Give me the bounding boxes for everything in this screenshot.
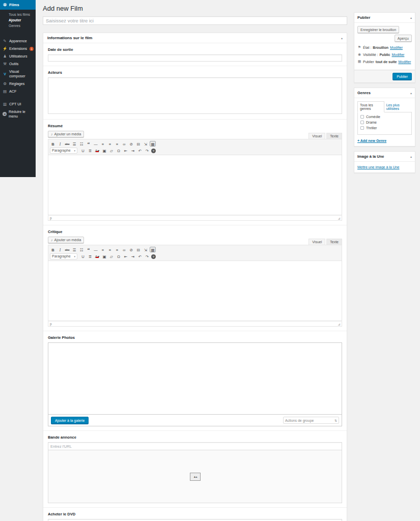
align-center-icon[interactable]: ≡ [107, 247, 113, 252]
paragraph-select[interactable]: Paragraphe ▾ [50, 253, 77, 259]
redo-icon[interactable]: ↷ [144, 253, 150, 259]
sidebar-item-films[interactable]: ✇ Films [0, 0, 36, 10]
italic-icon[interactable]: I [57, 141, 63, 147]
paste-text-icon[interactable]: ▣ [101, 148, 107, 153]
tab-text[interactable]: Texte [326, 133, 342, 139]
horizontal-rule-icon[interactable]: — [93, 141, 99, 147]
sidebar-item-outils[interactable]: ⚒Outils [0, 60, 36, 68]
underline-icon[interactable]: U [80, 148, 86, 153]
sidebar-item-acf[interactable]: ▤ACF [0, 88, 36, 95]
align-center-icon[interactable]: ≡ [107, 141, 113, 147]
bullet-list-icon[interactable]: ☰ [71, 141, 77, 147]
ordered-list-icon[interactable]: ☷ [78, 141, 85, 147]
help-icon[interactable]: ? [151, 254, 156, 259]
chevron-up-icon[interactable]: ▴ [410, 155, 412, 158]
chevron-up-icon[interactable]: ▴ [410, 16, 412, 19]
undo-icon[interactable]: ↶ [137, 253, 143, 259]
fullscreen-icon[interactable]: ⇲ [143, 247, 149, 252]
actors-textarea[interactable] [48, 77, 342, 114]
genres-box-header[interactable]: Genres ▴ [354, 88, 415, 98]
critique-editor-canvas[interactable] [48, 261, 342, 321]
special-char-icon[interactable]: Ω [116, 253, 122, 259]
clear-format-icon[interactable]: ▱ [108, 253, 115, 259]
date-input[interactable] [48, 54, 342, 62]
publish-box-header[interactable]: Publier ▴ [354, 13, 415, 23]
toolbar-toggle-icon[interactable]: ▦ [150, 247, 156, 252]
edit-visibility-link[interactable]: Modifier [391, 53, 404, 56]
bulk-actions-select[interactable]: Actions de groupe ⇅ [283, 417, 339, 424]
add-new-genre-link[interactable]: + Add new Genre [357, 139, 386, 142]
gallery-drop-area[interactable] [48, 343, 342, 414]
genre-checkbox[interactable] [360, 121, 364, 124]
genre-item[interactable]: Thriller [360, 126, 409, 130]
bold-icon[interactable]: B [50, 247, 56, 252]
chevron-up-icon[interactable]: ▴ [410, 91, 412, 95]
resize-grip-icon[interactable]: ◢ [338, 322, 340, 326]
toolbar-toggle-icon[interactable]: ▦ [150, 141, 156, 147]
unlink-icon[interactable]: ⊘ [128, 247, 134, 252]
blockquote-icon[interactable]: “ [86, 141, 92, 147]
tab-text[interactable]: Texte [326, 239, 342, 245]
justify-icon[interactable]: ≣ [87, 253, 93, 259]
tab-most-used[interactable]: Les plus utilisées [384, 102, 412, 112]
sidebar-subitem-tous-les-films[interactable]: Tous les films [0, 12, 36, 17]
align-right-icon[interactable]: ≡ [114, 141, 120, 147]
resume-editor-canvas[interactable] [48, 155, 342, 215]
genre-checkbox[interactable] [360, 115, 364, 119]
genre-item[interactable]: Comédie [360, 115, 409, 119]
help-icon[interactable]: ? [151, 149, 156, 153]
sidebar-item-visual-composer[interactable]: VVisual composer [0, 68, 36, 80]
sidebar-item-extensions[interactable]: ⚡Extensions1 [0, 45, 36, 52]
special-char-icon[interactable]: Ω [116, 148, 122, 153]
edit-schedule-link[interactable]: Modifier [398, 60, 411, 64]
fullscreen-icon[interactable]: ⇲ [143, 141, 149, 147]
dvd-url-input[interactable] [48, 519, 342, 521]
sidebar-item-reduire-le-menu[interactable]: ◄Réduire le menu [0, 108, 36, 120]
horizontal-rule-icon[interactable]: — [93, 247, 99, 252]
tab-visual[interactable]: Visuel [309, 133, 325, 139]
redo-icon[interactable]: ↷ [144, 148, 150, 153]
align-left-icon[interactable]: ≡ [100, 247, 106, 252]
publish-button[interactable]: Publier [393, 73, 412, 80]
undo-icon[interactable]: ↶ [137, 148, 143, 153]
edit-status-link[interactable]: Modifier [390, 46, 403, 49]
paste-text-icon[interactable]: ▣ [101, 253, 107, 259]
align-right-icon[interactable]: ≡ [114, 247, 120, 252]
clear-format-icon[interactable]: ▱ [108, 148, 115, 153]
outdent-icon[interactable]: ⇤ [123, 253, 129, 259]
paragraph-select[interactable]: Paragraphe ▾ [50, 148, 77, 154]
save-draft-button[interactable]: Enregistrer le brouillon [357, 26, 399, 33]
indent-icon[interactable]: ⇥ [130, 253, 136, 259]
post-title-input[interactable] [43, 16, 347, 25]
link-icon[interactable]: ∞ [121, 247, 127, 252]
blockquote-icon[interactable]: “ [86, 247, 92, 252]
sidebar-item-apparence[interactable]: ✎Apparence [0, 37, 36, 45]
sidebar-item-cpt-ui[interactable]: ▥CPT UI [0, 100, 36, 108]
link-icon[interactable]: ∞ [121, 141, 127, 147]
text-color-icon[interactable]: A▾ [94, 148, 100, 153]
genre-item[interactable]: Drame [360, 121, 409, 124]
strikethrough-icon[interactable]: abc [64, 141, 70, 147]
chevron-up-icon[interactable]: ▴ [341, 36, 343, 40]
metabox-header[interactable]: Informations sur le film ▴ [43, 33, 347, 43]
add-media-button[interactable]: ♪ Ajouter un média [48, 237, 84, 243]
resize-grip-icon[interactable]: ◢ [338, 216, 340, 220]
add-media-button[interactable]: ♪ Ajouter un média [48, 131, 84, 137]
justify-icon[interactable]: ≣ [87, 148, 93, 153]
tab-visual[interactable]: Visuel [309, 239, 325, 245]
trailer-url-input[interactable] [48, 442, 342, 450]
add-to-gallery-button[interactable]: Ajouter à la galerie [51, 417, 89, 424]
align-left-icon[interactable]: ≡ [100, 141, 106, 147]
featured-image-box-header[interactable]: Image à la Une ▴ [354, 152, 415, 162]
bullet-list-icon[interactable]: ☰ [71, 247, 77, 252]
more-tag-icon[interactable]: ⊟ [135, 141, 142, 147]
italic-icon[interactable]: I [57, 247, 63, 252]
underline-icon[interactable]: U [80, 253, 86, 259]
tab-all-genres[interactable]: Tous les genres [357, 101, 384, 112]
unlink-icon[interactable]: ⊘ [128, 141, 134, 147]
set-featured-image-link[interactable]: Mettre une image à la Une [357, 165, 400, 169]
sidebar-subitem-genres[interactable]: Genres [0, 23, 36, 28]
bold-icon[interactable]: B [50, 141, 56, 147]
ordered-list-icon[interactable]: ☷ [78, 247, 85, 252]
sidebar-item-reglages[interactable]: ⚙Réglages [0, 80, 36, 88]
